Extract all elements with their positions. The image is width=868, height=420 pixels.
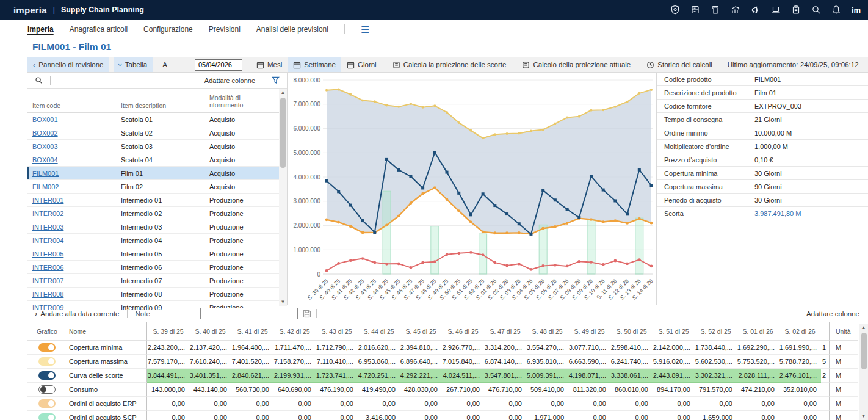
scrollbar-thumb[interactable] bbox=[861, 333, 867, 369]
item-row[interactable]: INTER008Intermedio 08Produzione bbox=[27, 288, 287, 301]
week-header[interactable]: S. 41 di 25 bbox=[231, 322, 273, 341]
tower-icon[interactable] bbox=[709, 4, 721, 16]
item-code-link[interactable]: FILM001 bbox=[32, 170, 59, 177]
item-code-link[interactable]: INTER002 bbox=[32, 210, 63, 217]
item-code-link[interactable]: BOX004 bbox=[32, 156, 58, 164]
series-toggle[interactable] bbox=[38, 343, 56, 352]
notifications-bell-icon[interactable] bbox=[830, 4, 842, 16]
menu-overflow-icon[interactable]: ☰ bbox=[361, 24, 369, 35]
pannello-revisione-button[interactable]: ‹ Pannello di revisione bbox=[27, 57, 109, 72]
item-row[interactable]: INTER002Intermedio 02Produzione bbox=[27, 207, 287, 220]
calcola-proiezione-scorte-button[interactable]: Calcola la proiezione delle scorte bbox=[387, 57, 512, 72]
user-avatar[interactable]: im bbox=[850, 4, 862, 16]
week-header[interactable]: S. 45 di 25 bbox=[400, 322, 442, 341]
series-toggle[interactable] bbox=[38, 357, 56, 366]
series-toggle[interactable] bbox=[38, 385, 56, 394]
detail-row: Ordine minimo10.000,00 M bbox=[657, 126, 868, 140]
week-header[interactable]: S. 44 di 25 bbox=[358, 322, 400, 341]
save-note-icon[interactable] bbox=[303, 310, 311, 318]
go-to-current-date-button[interactable]: › Andare alla data corrente bbox=[27, 306, 125, 321]
scroll-up-arrow[interactable]: ▲ bbox=[859, 324, 867, 331]
item-row[interactable]: INTER005Intermedio 05Produzione bbox=[27, 247, 287, 261]
item-row[interactable]: FILM001Film 01Acquisto bbox=[27, 167, 287, 180]
scrollbar-thumb[interactable] bbox=[280, 98, 286, 168]
item-code-link[interactable]: BOX001 bbox=[32, 116, 58, 123]
item-code-link[interactable]: INTER005 bbox=[32, 250, 63, 258]
item-row[interactable]: FILM002Film 02Acquisto bbox=[27, 180, 287, 194]
item-row[interactable]: BOX004Scatola 04Acquisto bbox=[27, 153, 287, 167]
giorni-button[interactable]: Giorni bbox=[341, 57, 382, 72]
week-header[interactable]: S. 47 di 25 bbox=[484, 322, 526, 341]
item-code-link[interactable]: INTER007 bbox=[32, 277, 63, 284]
menu-item-imperia[interactable]: Imperia bbox=[27, 25, 54, 34]
shield-icon[interactable] bbox=[669, 4, 681, 16]
chart-canvas[interactable]: 01.000.0002.000.0003.000.0004.000.0005.0… bbox=[288, 73, 656, 306]
week-header[interactable]: S. 40 di 25 bbox=[189, 322, 231, 341]
week-header[interactable]: S. 02 di 26 bbox=[779, 322, 821, 341]
item-row[interactable]: INTER006Intermedio 06Produzione bbox=[27, 261, 287, 274]
item-code-link[interactable]: BOX002 bbox=[32, 129, 58, 137]
items-table-header: Item code Item description Modalità di r… bbox=[27, 89, 287, 113]
menu-item-anagrafica-articoli[interactable]: Anagrafica articoli bbox=[70, 25, 128, 34]
item-row[interactable]: INTER001Intermedio 01Produzione bbox=[27, 194, 287, 207]
value-cell: 2.828.111,... bbox=[737, 369, 779, 383]
adapt-columns-button[interactable]: Adattare colonne bbox=[806, 310, 868, 317]
page-title-link[interactable]: FILM001 - Film 01 bbox=[32, 42, 111, 52]
week-header[interactable]: S. 43 di 25 bbox=[316, 322, 358, 341]
detail-value-link[interactable]: 3.987.491,80 M bbox=[747, 210, 801, 217]
week-header[interactable]: S. 42 di 25 bbox=[273, 322, 316, 341]
column-header[interactable]: Modalità di rifornimento bbox=[204, 94, 278, 112]
week-header[interactable]: S. 50 di 25 bbox=[610, 322, 653, 341]
note-input[interactable] bbox=[200, 308, 298, 319]
item-row[interactable]: INTER004Intermedio 04Produzione bbox=[27, 234, 287, 247]
search-icon[interactable] bbox=[27, 76, 48, 84]
storico-calcoli-button[interactable]: Storico dei calcoli bbox=[641, 57, 717, 72]
series-toggle[interactable] bbox=[38, 371, 56, 380]
week-header[interactable]: S. 48 di 25 bbox=[526, 322, 568, 341]
menu-item-configurazione[interactable]: Configurazione bbox=[143, 25, 193, 34]
scroll-up-arrow[interactable]: ▲ bbox=[279, 89, 287, 96]
item-row[interactable]: INTER007Intermedio 07Produzione bbox=[27, 274, 287, 288]
item-row[interactable]: BOX002Scatola 02Acquisto bbox=[27, 126, 287, 140]
item-code-link[interactable]: FILM002 bbox=[32, 183, 59, 190]
filter-icon[interactable] bbox=[267, 76, 287, 84]
menu-item-previsioni[interactable]: Previsioni bbox=[209, 25, 241, 34]
item-code-link[interactable]: INTER004 bbox=[32, 237, 63, 244]
series-toggle[interactable] bbox=[38, 399, 56, 408]
calcolo-proiezione-attuale-button[interactable]: Calcolo della proiezione attuale bbox=[516, 57, 636, 72]
laptop-icon[interactable] bbox=[770, 4, 781, 16]
item-code-link[interactable]: INTER006 bbox=[32, 264, 63, 271]
week-header[interactable]: S. 52 di 25 bbox=[695, 322, 737, 341]
item-code-link[interactable]: BOX003 bbox=[32, 143, 58, 150]
mesi-button[interactable]: Mesi bbox=[251, 57, 288, 72]
week-header[interactable]: S. 51 di 25 bbox=[653, 322, 695, 341]
search-icon[interactable] bbox=[810, 4, 822, 16]
tabella-dropdown[interactable]: › Tabella bbox=[114, 57, 153, 72]
settimane-button[interactable]: Settimane bbox=[288, 57, 341, 72]
week-header[interactable]: S. 49 di 25 bbox=[568, 322, 610, 341]
menu-item-analisi-delle-previsioni[interactable]: Analisi delle previsioni bbox=[256, 25, 328, 34]
series-toggle[interactable] bbox=[38, 413, 56, 420]
clipboard-icon[interactable] bbox=[790, 4, 801, 16]
week-header[interactable]: S. 01 di 26 bbox=[737, 322, 779, 341]
items-scrollbar[interactable]: ▲ ▼ bbox=[279, 89, 287, 306]
week-header[interactable]: S. 46 di 25 bbox=[442, 322, 484, 341]
date-input[interactable] bbox=[195, 59, 242, 71]
item-code-link[interactable]: INTER003 bbox=[32, 223, 63, 231]
megaphone-icon[interactable] bbox=[750, 4, 761, 16]
week-header[interactable]: S. 39 di 25 bbox=[147, 322, 189, 341]
scroll-down-arrow[interactable]: ▼ bbox=[859, 412, 867, 420]
column-header[interactable]: Item code bbox=[27, 102, 116, 112]
item-code-link[interactable]: INTER001 bbox=[32, 197, 63, 204]
item-row[interactable]: BOX001Scatola 01Acquisto bbox=[27, 113, 287, 126]
app-logo[interactable]: imperia bbox=[13, 5, 47, 15]
stock-projection-chart[interactable]: 01.000.0002.000.0003.000.0004.000.0005.0… bbox=[288, 73, 656, 306]
column-header[interactable]: Item description bbox=[116, 102, 204, 112]
analytics-icon[interactable] bbox=[729, 4, 741, 16]
item-row[interactable]: BOX003Scatola 03Acquisto bbox=[27, 140, 287, 153]
item-code-link[interactable]: INTER008 bbox=[32, 291, 63, 298]
adapt-columns-button[interactable]: Adattare colonne bbox=[198, 77, 261, 84]
table-scrollbar[interactable]: ▲ ▼ bbox=[859, 324, 868, 420]
server-icon[interactable] bbox=[689, 4, 701, 16]
item-row[interactable]: INTER003Intermedio 03Produzione bbox=[27, 220, 287, 234]
